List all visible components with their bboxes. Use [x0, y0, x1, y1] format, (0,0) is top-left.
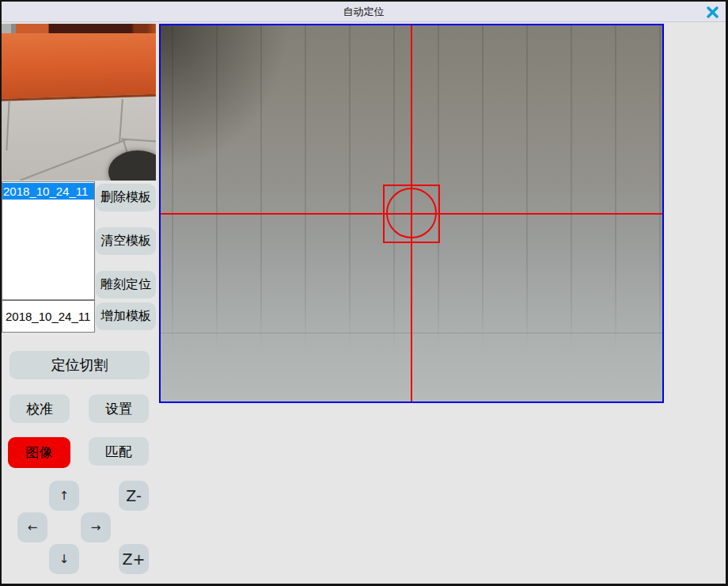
- jog-left-button[interactable]: ←: [17, 512, 47, 542]
- template-name-input[interactable]: [2, 300, 95, 333]
- settings-button[interactable]: 设置: [89, 394, 149, 423]
- template-list[interactable]: 2018_10_24_11: [2, 181, 95, 300]
- add-template-button[interactable]: 增加模板: [96, 303, 156, 330]
- camera-feed: [161, 25, 662, 401]
- jog-right-button[interactable]: →: [81, 512, 111, 542]
- engrave-position-button[interactable]: 雕刻定位: [96, 271, 156, 299]
- thumbnail-top-strip: [2, 24, 156, 33]
- target-circle: [386, 188, 437, 238]
- thumbnail-tile-line: [119, 99, 123, 142]
- delete-template-button[interactable]: 删除模板: [96, 184, 156, 211]
- thumbnail-tile-line: [6, 101, 9, 150]
- image-button[interactable]: 图像: [8, 437, 70, 468]
- auto-position-dialog: 自动定位 2018_10_24_11 删除模板 清空模板 雕刻定位 增加模板 定…: [0, 0, 728, 586]
- down-arrow-icon: ↓: [59, 552, 70, 566]
- z-minus-label: Z-: [126, 487, 142, 504]
- jog-down-button[interactable]: ↓: [49, 544, 79, 574]
- camera-view: [159, 24, 664, 403]
- template-list-item-selected[interactable]: 2018_10_24_11: [2, 183, 94, 200]
- titlebar: 自动定位: [2, 2, 726, 22]
- up-arrow-icon: ↑: [59, 489, 70, 503]
- position-cut-button[interactable]: 定位切割: [9, 351, 150, 379]
- close-button[interactable]: [703, 4, 721, 20]
- window-title: 自动定位: [343, 5, 385, 19]
- thumbnail-dark-object: [108, 150, 156, 181]
- close-icon: [707, 6, 719, 18]
- z-minus-button[interactable]: Z-: [119, 481, 149, 511]
- left-arrow-icon: ←: [28, 520, 38, 535]
- right-arrow-icon: →: [91, 520, 101, 535]
- clear-templates-button[interactable]: 清空模板: [96, 227, 156, 255]
- template-thumbnail: [2, 24, 156, 181]
- thumbnail-orange-beam: [2, 26, 156, 101]
- match-button[interactable]: 匹配: [89, 437, 149, 466]
- calibrate-button[interactable]: 校准: [9, 394, 70, 423]
- z-plus-label: Z+: [123, 550, 146, 568]
- z-plus-button[interactable]: Z+: [119, 544, 149, 574]
- jog-up-button[interactable]: ↑: [49, 481, 79, 511]
